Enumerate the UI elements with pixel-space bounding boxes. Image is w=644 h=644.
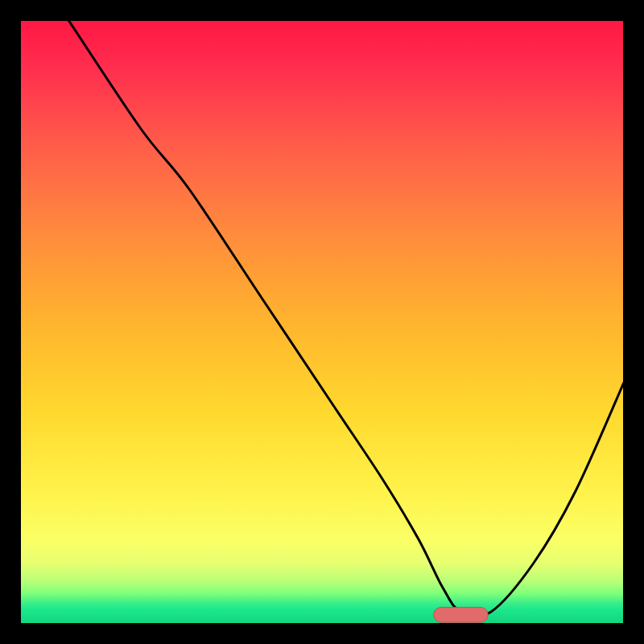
chart-frame: TheBottleneck.com	[0, 0, 644, 644]
optimal-zone-pill	[434, 607, 489, 622]
gradient-background	[20, 20, 624, 624]
bottleneck-chart	[0, 0, 644, 644]
